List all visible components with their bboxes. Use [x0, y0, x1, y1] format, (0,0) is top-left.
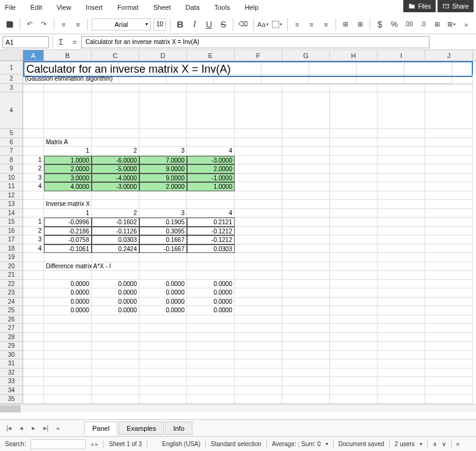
cell[interactable]: [282, 138, 330, 147]
cell[interactable]: 0.0000: [139, 298, 187, 307]
cell[interactable]: [139, 315, 187, 324]
cell[interactable]: [282, 92, 330, 129]
cell[interactable]: [425, 164, 473, 174]
cell[interactable]: 0.0000: [187, 298, 235, 307]
cell[interactable]: [378, 191, 425, 200]
cell[interactable]: [139, 333, 187, 342]
cell[interactable]: 0.0000: [92, 280, 139, 289]
col-header[interactable]: G: [282, 50, 330, 61]
cell[interactable]: [425, 298, 473, 307]
cell[interactable]: [330, 200, 378, 209]
cell[interactable]: [23, 395, 44, 404]
align-center-button[interactable]: ≡: [306, 17, 318, 32]
cell[interactable]: [235, 280, 282, 289]
cell[interactable]: [425, 147, 473, 156]
cell[interactable]: [235, 92, 282, 129]
cell[interactable]: [187, 351, 235, 360]
cell[interactable]: [330, 156, 378, 165]
cell[interactable]: [282, 288, 330, 298]
cell[interactable]: [23, 138, 44, 147]
cell[interactable]: [330, 298, 378, 307]
cell[interactable]: [235, 227, 282, 236]
cell[interactable]: [330, 333, 378, 342]
cell[interactable]: [92, 333, 139, 342]
cell[interactable]: 0.0000: [92, 306, 139, 315]
cell[interactable]: 0.0000: [44, 306, 92, 315]
row-header[interactable]: 10: [0, 174, 23, 183]
last-sheet-button[interactable]: ▸|: [40, 423, 51, 434]
cell[interactable]: [378, 129, 425, 138]
cell[interactable]: [425, 156, 473, 165]
cell[interactable]: [139, 377, 187, 386]
cell[interactable]: [378, 262, 425, 271]
col-header[interactable]: D: [139, 50, 187, 61]
row-header[interactable]: 18: [0, 244, 23, 254]
cell[interactable]: [282, 227, 330, 236]
cell[interactable]: [330, 235, 378, 244]
cell[interactable]: [378, 182, 425, 191]
cell[interactable]: [235, 342, 282, 351]
more-button[interactable]: ⊞: [446, 17, 458, 32]
cell[interactable]: [92, 395, 139, 404]
font-name-select[interactable]: Arial: [92, 18, 150, 31]
cell[interactable]: [425, 395, 473, 404]
row-header[interactable]: 1: [0, 61, 23, 75]
cell[interactable]: [23, 253, 44, 262]
cell[interactable]: [282, 280, 330, 289]
cell[interactable]: [282, 306, 330, 315]
cell[interactable]: [44, 351, 92, 360]
cell[interactable]: [235, 253, 282, 262]
cell[interactable]: 0.0303: [187, 244, 235, 254]
cell[interactable]: [92, 351, 139, 360]
row-header[interactable]: 5: [0, 129, 23, 138]
cell[interactable]: [378, 156, 425, 165]
cell[interactable]: [330, 377, 378, 386]
cell[interactable]: [92, 271, 139, 280]
cell[interactable]: [425, 369, 473, 378]
cell[interactable]: [23, 306, 44, 315]
cell[interactable]: [44, 377, 92, 386]
cell[interactable]: -0.1061: [44, 244, 92, 254]
cell[interactable]: [23, 377, 44, 386]
cell[interactable]: [378, 218, 425, 227]
cell[interactable]: -0.1212: [187, 227, 235, 236]
cell[interactable]: [187, 92, 235, 129]
cell[interactable]: [330, 147, 378, 156]
cell[interactable]: [139, 253, 187, 262]
cell[interactable]: -5.0000: [92, 164, 139, 174]
cell[interactable]: [378, 271, 425, 280]
row-header[interactable]: 28: [0, 333, 23, 342]
cell[interactable]: [282, 191, 330, 200]
cell[interactable]: [44, 324, 92, 333]
sheet-tab[interactable]: Examples: [119, 422, 164, 435]
row-header[interactable]: 2: [0, 75, 23, 84]
row-header[interactable]: 24: [0, 298, 23, 307]
cell[interactable]: [139, 386, 187, 395]
row-header[interactable]: 16: [0, 227, 23, 236]
cell[interactable]: [235, 138, 282, 147]
cell[interactable]: [139, 342, 187, 351]
cell[interactable]: 0.0000: [139, 306, 187, 315]
cell[interactable]: 3.0000: [44, 174, 92, 183]
cell[interactable]: [330, 174, 378, 183]
row-header[interactable]: 14: [0, 209, 23, 218]
cell[interactable]: [425, 271, 473, 280]
cell[interactable]: 2.0000: [187, 164, 235, 174]
cell[interactable]: 3: [139, 209, 187, 218]
cell[interactable]: [282, 315, 330, 324]
cell[interactable]: [425, 306, 473, 315]
col-header[interactable]: E: [187, 50, 235, 61]
cell[interactable]: [139, 369, 187, 378]
cell[interactable]: -1.0000: [187, 174, 235, 183]
cell[interactable]: [282, 298, 330, 307]
cell[interactable]: [139, 92, 187, 129]
cell[interactable]: 0.0303: [92, 235, 139, 244]
cell[interactable]: [378, 92, 425, 129]
cell[interactable]: 7.0000: [139, 156, 187, 165]
cell[interactable]: [92, 84, 139, 93]
cell[interactable]: 0.1667: [139, 235, 187, 244]
row-header[interactable]: 31: [0, 359, 23, 369]
align-right-button[interactable]: ≡: [320, 17, 332, 32]
cell[interactable]: 0.0000: [44, 280, 92, 289]
cell[interactable]: [330, 218, 378, 227]
